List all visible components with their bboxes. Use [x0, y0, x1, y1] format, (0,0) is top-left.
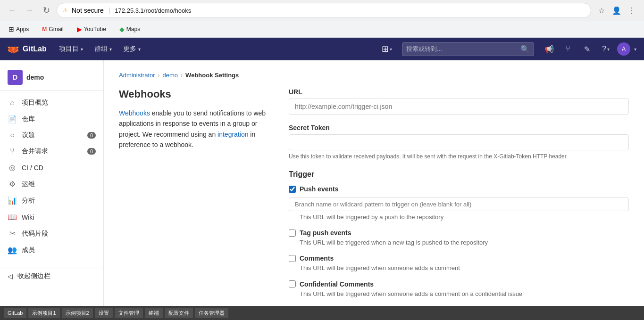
breadcrumb-current: Webhook Settings: [185, 72, 239, 79]
token-input[interactable]: [289, 134, 629, 150]
bookmark-apps[interactable]: ⊞ Apps: [6, 25, 32, 34]
tag-push-row: Tag push events: [289, 229, 629, 237]
avatar-arrow: ▾: [634, 47, 636, 52]
create-icon: ⊞: [382, 44, 389, 54]
token-field-group: Secret Token Use this token to validate …: [289, 124, 629, 161]
bookmark-gmail[interactable]: M Gmail: [39, 25, 66, 33]
gmail-icon: M: [42, 26, 47, 33]
security-icon: ⚠: [63, 7, 68, 14]
confidential-comments-desc: This URL will be triggered when someone …: [300, 290, 629, 298]
comments-row: Comments: [289, 254, 629, 262]
trigger-tag-push: Tag push events This URL will be trigger…: [289, 229, 629, 247]
sidebar-item-analytics[interactable]: 📊 分析: [0, 192, 103, 209]
mr-button[interactable]: ⑂: [560, 41, 576, 57]
mr-icon: ⑂: [566, 45, 570, 53]
branch-pattern-input[interactable]: [289, 197, 629, 211]
broadcast-button[interactable]: 📢: [542, 41, 557, 57]
nav-groups[interactable]: 群组 ▾: [90, 42, 117, 56]
forward-button[interactable]: →: [23, 4, 36, 17]
tag-push-label: Tag push events: [300, 229, 351, 237]
taskbar-item-6[interactable]: 终端: [145, 308, 163, 318]
youtube-icon: ▶: [77, 25, 82, 33]
confidential-comments-label: Confidential Comments: [300, 280, 374, 288]
project-header: D demo: [0, 64, 103, 91]
sidebar-item-issues[interactable]: ○ 议题 0: [0, 127, 103, 143]
sidebar-item-repo-label: 仓库: [22, 115, 96, 123]
token-hint: Use this token to validate received payl…: [289, 152, 629, 161]
taskbar-item-1-label: GitLab: [8, 310, 23, 316]
todo-button[interactable]: ✎: [579, 41, 594, 57]
collapse-label: 收起侧边栏: [17, 272, 50, 280]
bookmark-maps[interactable]: ◆ Maps: [117, 25, 143, 34]
gitlab-logo-icon: [8, 43, 19, 55]
taskbar-item-7[interactable]: 配置文件: [165, 308, 193, 318]
overview-icon: ⌂: [8, 98, 17, 107]
gitlab-logo[interactable]: GitLab: [8, 43, 47, 55]
bookmark-youtube-label: YouTube: [84, 26, 106, 33]
sidebar-item-merge-label: 合并请求: [22, 147, 83, 156]
search-bar[interactable]: 搜索或转到... 🔍: [402, 42, 534, 56]
taskbar-item-4[interactable]: 设置: [95, 308, 113, 318]
gitlab-header: GitLab 项目目 ▾ 群组 ▾ 更多 ▾ ⊞ ▾ 搜索或转到... 🔍 📢 …: [0, 38, 644, 60]
collapse-icon: ◁: [8, 272, 13, 280]
taskbar-item-5[interactable]: 文件管理: [115, 308, 143, 318]
user-avatar[interactable]: A: [617, 42, 630, 56]
nav-projects-arrow: ▾: [81, 47, 83, 52]
right-column: URL Secret Token Use this token to valid…: [289, 88, 629, 308]
sidebar-item-members[interactable]: 👥 成员: [0, 242, 103, 258]
comments-desc: This URL will be triggered when someone …: [300, 264, 629, 272]
nav-projects[interactable]: 项目目 ▾: [54, 42, 88, 56]
sidebar-item-wiki[interactable]: 📖 Wiki: [0, 209, 103, 225]
bookmark-youtube[interactable]: ▶ YouTube: [74, 25, 109, 34]
breadcrumb-administrator[interactable]: Administrator: [119, 72, 155, 79]
bookmark-apps-label: Apps: [16, 26, 29, 33]
refresh-button[interactable]: ↻: [40, 4, 53, 17]
comments-checkbox[interactable]: [289, 255, 296, 262]
taskbar-item-2[interactable]: 示例项目1: [28, 308, 59, 318]
menu-button[interactable]: ⋮: [625, 4, 638, 17]
webhooks-link[interactable]: Webhooks: [119, 109, 150, 117]
tag-push-checkbox[interactable]: [289, 230, 296, 237]
account-button[interactable]: 👤: [610, 4, 623, 17]
security-label: Not secure: [72, 7, 104, 14]
gitlab-nav: 项目目 ▾ 群组 ▾ 更多 ▾: [54, 42, 145, 56]
taskbar: GitLab 示例项目1 示例项目2 设置 文件管理 终端 配置文件 任务管理器: [0, 306, 644, 319]
wiki-icon: 📖: [8, 213, 17, 222]
sidebar-item-repo[interactable]: 📄 仓库: [0, 111, 103, 127]
star-button[interactable]: ☆: [595, 4, 608, 17]
push-events-checkbox[interactable]: [289, 186, 296, 193]
help-icon: ?: [602, 45, 606, 53]
sidebar-item-overview[interactable]: ⌂ 项目概览: [0, 95, 103, 111]
url-input[interactable]: [289, 98, 629, 115]
sidebar-item-cicd-label: CI / CD: [22, 164, 96, 172]
create-button[interactable]: ⊞ ▾: [379, 41, 394, 57]
gitlab-logo-text: GitLab: [23, 45, 47, 53]
trigger-section: Trigger Push events This URL will be tri…: [289, 170, 629, 298]
sidebar-item-snippets[interactable]: ✂ 代码片段: [0, 225, 103, 242]
taskbar-item-3[interactable]: 示例项目2: [62, 308, 93, 318]
push-events-desc: This URL will be triggered by a push to …: [300, 213, 629, 222]
tag-push-desc: This URL will be triggered when a new ta…: [300, 238, 629, 247]
taskbar-item-1[interactable]: GitLab: [4, 308, 26, 318]
todo-icon: ✎: [584, 45, 590, 54]
browser-chrome: ← → ↻ ⚠ Not secure | 172.25.3.1/root/dem…: [0, 0, 644, 38]
sidebar-item-ops[interactable]: ⚙ 运维: [0, 176, 103, 192]
analytics-icon: 📊: [8, 196, 17, 205]
address-bar[interactable]: ⚠ Not secure | 172.25.3.1/root/demo/hook…: [57, 3, 591, 18]
breadcrumb-demo[interactable]: demo: [163, 72, 178, 79]
sidebar-item-cicd[interactable]: ◎ CI / CD: [0, 159, 103, 176]
confidential-comments-checkbox[interactable]: [289, 280, 296, 287]
create-arrow: ▾: [390, 47, 392, 52]
integration-link[interactable]: integration: [217, 131, 248, 138]
help-button[interactable]: ? ▾: [598, 41, 613, 57]
back-button[interactable]: ←: [6, 4, 19, 17]
trigger-title: Trigger: [289, 170, 629, 179]
nav-more[interactable]: 更多 ▾: [118, 42, 145, 56]
token-label: Secret Token: [289, 124, 629, 131]
taskbar-item-8[interactable]: 任务管理器: [195, 308, 228, 318]
sidebar-item-merge[interactable]: ⑂ 合并请求 0: [0, 143, 103, 159]
sidebar-item-issues-label: 议题: [22, 131, 83, 139]
sidebar-collapse[interactable]: ◁ 收起侧边栏: [0, 268, 103, 284]
project-avatar: D: [8, 70, 23, 85]
browser-toolbar: ← → ↻ ⚠ Not secure | 172.25.3.1/root/dem…: [0, 0, 644, 21]
